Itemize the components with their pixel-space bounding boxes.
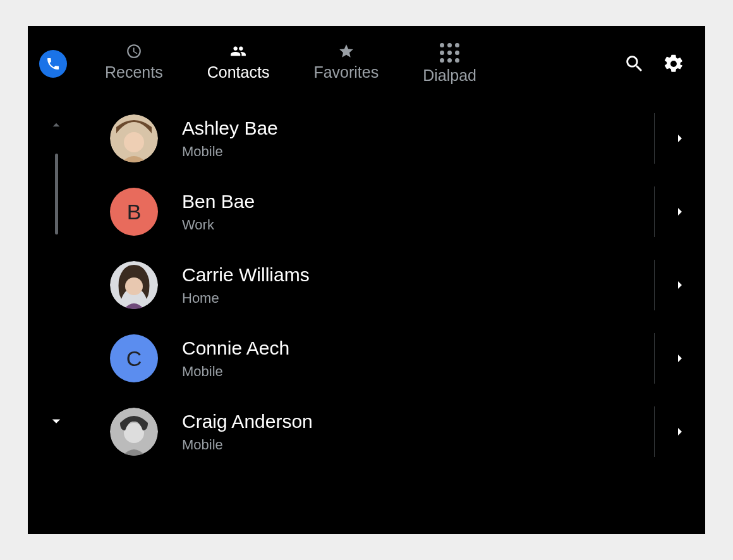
contact-detail-button[interactable] (661, 424, 699, 439)
avatar: B (110, 188, 158, 236)
contact-info: Carrie Williams Home (182, 264, 654, 307)
contacts-list[interactable]: Ashley Bae Mobile B Ben Bae Work (85, 102, 705, 534)
scroll-rail (28, 102, 85, 534)
contact-subtitle: Mobile (182, 363, 654, 380)
tab-contacts-label: Contacts (207, 63, 270, 82)
chevron-up-icon (48, 117, 64, 133)
contact-subtitle: Mobile (182, 437, 654, 453)
chevron-right-icon (672, 204, 688, 219)
contact-detail-button[interactable] (661, 131, 699, 146)
tab-favorites[interactable]: Favorites (313, 43, 379, 85)
settings-button[interactable] (660, 50, 688, 78)
tab-dialpad[interactable]: Dialpad (423, 43, 476, 85)
tab-recents-label: Recents (105, 63, 163, 82)
row-divider (654, 113, 655, 164)
contact-subtitle: Mobile (182, 143, 654, 160)
contact-info: Ben Bae Work (182, 190, 654, 233)
content-area: Ashley Bae Mobile B Ben Bae Work (28, 102, 705, 534)
contact-row[interactable]: Carrie Williams Home (85, 248, 699, 322)
contact-name: Carrie Williams (182, 264, 654, 286)
tab-recents[interactable]: Recents (105, 43, 163, 85)
chevron-right-icon (672, 424, 688, 439)
contact-info: Ashley Bae Mobile (182, 117, 654, 160)
search-icon (624, 53, 645, 75)
avatar-photo (110, 114, 158, 162)
scroll-thumb[interactable] (55, 154, 58, 234)
phone-app-window: Recents Contacts Favorites Dialpad (28, 26, 705, 534)
dialpad-icon (440, 43, 459, 63)
contact-subtitle: Work (182, 217, 654, 233)
row-divider (654, 406, 655, 457)
contact-name: Ashley Bae (182, 117, 654, 140)
contact-name: Ben Bae (182, 190, 654, 213)
row-divider (654, 260, 655, 310)
contact-name: Connie Aech (182, 337, 654, 360)
tab-favorites-label: Favorites (313, 63, 379, 82)
phone-icon (45, 56, 61, 71)
svg-point-1 (124, 132, 144, 152)
tab-contacts[interactable]: Contacts (207, 43, 270, 85)
chevron-right-icon (672, 131, 688, 146)
top-bar: Recents Contacts Favorites Dialpad (28, 26, 705, 102)
chevron-down-icon (47, 411, 66, 430)
scroll-down-button[interactable] (47, 411, 66, 433)
contact-info: Connie Aech Mobile (182, 337, 654, 380)
contact-row[interactable]: C Connie Aech Mobile (85, 322, 699, 395)
star-icon (338, 43, 354, 59)
contact-info: Craig Anderson Mobile (182, 410, 654, 453)
scroll-up-button[interactable] (48, 117, 64, 136)
contact-row[interactable]: Ashley Bae Mobile (85, 102, 699, 175)
contact-detail-button[interactable] (661, 351, 699, 366)
people-icon (229, 43, 248, 59)
avatar: C (110, 334, 158, 382)
tab-dialpad-label: Dialpad (423, 66, 476, 85)
tab-bar: Recents Contacts Favorites Dialpad (105, 43, 476, 85)
avatar (110, 114, 158, 162)
search-button[interactable] (621, 50, 648, 78)
avatar-photo (110, 408, 158, 456)
contact-detail-button[interactable] (661, 204, 699, 219)
contact-row[interactable]: Craig Anderson Mobile (85, 395, 699, 468)
avatar-photo (110, 261, 158, 309)
clock-icon (126, 43, 142, 59)
row-divider (654, 333, 655, 384)
avatar (110, 261, 158, 309)
chevron-right-icon (672, 351, 688, 366)
avatar-letter: C (126, 346, 142, 371)
chevron-right-icon (672, 277, 688, 293)
gear-icon (663, 53, 684, 75)
avatar-letter: B (127, 200, 142, 224)
row-divider (654, 186, 655, 237)
phone-button[interactable] (39, 50, 67, 78)
contact-name: Craig Anderson (182, 410, 654, 433)
contact-row[interactable]: B Ben Bae Work (85, 175, 699, 248)
svg-point-3 (125, 277, 143, 295)
contact-detail-button[interactable] (661, 277, 699, 293)
avatar (110, 408, 158, 456)
contact-subtitle: Home (182, 290, 654, 307)
